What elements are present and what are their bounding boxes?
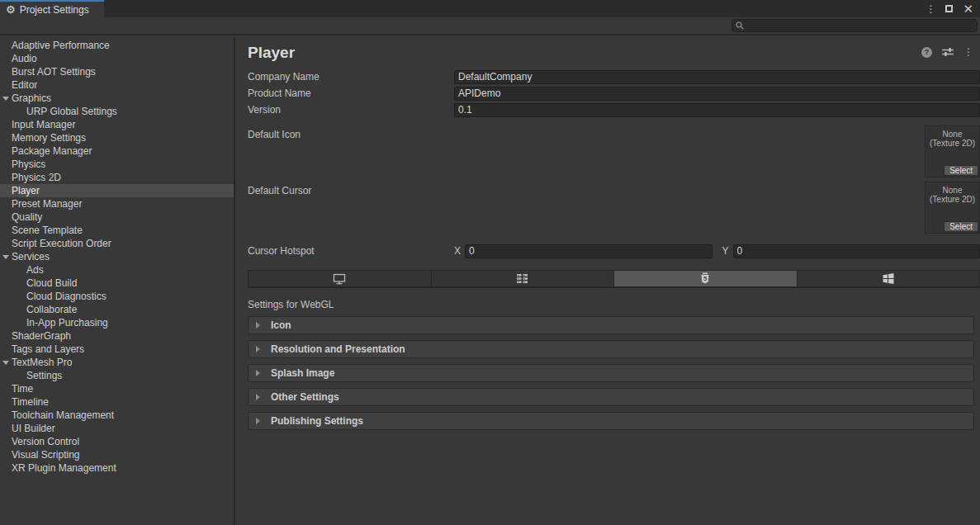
select-button[interactable]: Select (944, 221, 978, 232)
settings-for-label: Settings for WebGL (248, 299, 980, 310)
search-box[interactable] (731, 19, 978, 32)
sidebar-item-label: Tags and Layers (12, 343, 84, 355)
sidebar-item-label: Timeline (12, 396, 49, 408)
sidebar-item-collaborate[interactable]: Collaborate (0, 303, 234, 316)
sidebar-item-label: Quality (12, 211, 42, 223)
sidebar-item-package-manager[interactable]: Package Manager (0, 144, 234, 158)
settings-sections: IconResolution and PresentationSplash Im… (248, 316, 980, 430)
sidebar-item-services[interactable]: Services (0, 250, 234, 263)
window-controls: ⋮ ✕ (926, 0, 973, 17)
maximize-icon[interactable] (945, 5, 953, 12)
sidebar-item-label: Ads (26, 264, 44, 276)
section-header-publishing-settings[interactable]: Publishing Settings (248, 412, 974, 430)
section-header-splash-image[interactable]: Splash Image (248, 364, 974, 382)
sidebar-item-in-app-purchasing[interactable]: In-App Purchasing (0, 316, 234, 329)
cursor-hotspot-row: Cursor Hotspot X Y (248, 243, 980, 259)
sidebar-item-graphics[interactable]: Graphics (0, 92, 234, 105)
foldout-collapsed-icon (256, 394, 260, 400)
sidebar-item-visual-scripting[interactable]: Visual Scripting (0, 448, 234, 461)
sidebar-item-cloud-build[interactable]: Cloud Build (0, 277, 234, 290)
sidebar-item-timeline[interactable]: Timeline (0, 395, 234, 409)
foldout-collapsed-icon (256, 346, 260, 352)
default-cursor-object-picker[interactable]: None(Texture 2D)Select (925, 182, 980, 234)
foldout-collapsed-icon (256, 418, 260, 424)
sidebar-item-label: URP Global Settings (26, 106, 117, 117)
windows-store-icon (883, 273, 894, 284)
sidebar-item-burst-aot-settings[interactable]: Burst AOT Settings (0, 65, 234, 78)
sidebar-item-input-manager[interactable]: Input Manager (0, 118, 234, 131)
sidebar-item-toolchain-management[interactable]: Toolchain Management (0, 409, 234, 422)
section-header-other-settings[interactable]: Other Settings (248, 388, 974, 406)
sidebar-item-label: Memory Settings (12, 132, 86, 144)
sidebar-item-label: Script Execution Order (12, 238, 111, 249)
sidebar-item-script-execution-order[interactable]: Script Execution Order (0, 237, 234, 250)
sidebar-item-physics[interactable]: Physics (0, 158, 234, 171)
webgl-icon: 5 (699, 272, 711, 285)
svg-text:5: 5 (703, 275, 707, 282)
sidebar-item-label: Scene Template (12, 225, 83, 236)
platform-tab-windows-store[interactable] (798, 271, 980, 286)
page-title: Player (248, 44, 295, 62)
version-input[interactable] (454, 103, 980, 117)
sidebar-item-scene-template[interactable]: Scene Template (0, 224, 234, 237)
platform-tab-webgl[interactable]: 5 (614, 271, 798, 286)
sidebar-item-player[interactable]: Player (0, 184, 234, 197)
section-header-icon[interactable]: Icon (248, 316, 974, 334)
tab-title: Project Settings (20, 4, 89, 16)
search-input[interactable] (746, 21, 973, 31)
sidebar-item-label: UI Builder (12, 423, 55, 434)
sidebar-item-physics-2d[interactable]: Physics 2D (0, 171, 234, 184)
sidebar-item-version-control[interactable]: Version Control (0, 435, 234, 448)
sidebar-item-quality[interactable]: Quality (0, 210, 234, 224)
hotspot-y-input[interactable] (733, 244, 980, 258)
hotspot-x-label: X (454, 245, 461, 257)
sidebar-item-audio[interactable]: Audio (0, 52, 234, 65)
sidebar-item-settings[interactable]: Settings (0, 369, 234, 382)
sidebar-item-label: Visual Scripting (12, 449, 80, 461)
default-icon-object-picker[interactable]: None(Texture 2D)Select (925, 125, 980, 177)
sidebar-item-label: In-App Purchasing (26, 317, 108, 329)
hotspot-x-input[interactable] (465, 244, 712, 258)
sidebar-item-xr-plugin-management[interactable]: XR Plugin Management (0, 461, 234, 475)
section-title: Other Settings (271, 391, 339, 403)
section-header-resolution-and-presentation[interactable]: Resolution and Presentation (248, 340, 974, 358)
sidebar-item-label: Input Manager (12, 119, 75, 130)
section-title: Icon (271, 319, 291, 331)
default-texture-fields: Default IconNone(Texture 2D)SelectDefaul… (248, 125, 980, 238)
field-row-product-name: Product Name (248, 85, 980, 102)
identity-fields: Company NameProduct NameVersion (248, 69, 980, 118)
sidebar-item-cloud-diagnostics[interactable]: Cloud Diagnostics (0, 290, 234, 303)
sidebar-item-ads[interactable]: Ads (0, 263, 234, 277)
foldout-collapsed-icon (256, 370, 260, 376)
sidebar-item-memory-settings[interactable]: Memory Settings (0, 131, 234, 144)
player-settings-panel: Player ? ⋮ Company NameProduct NameVersi… (235, 37, 980, 525)
sidebar-item-textmesh-pro[interactable]: TextMesh Pro (0, 356, 234, 369)
sidebar-item-label: TextMesh Pro (12, 357, 72, 368)
help-icon[interactable]: ? (921, 47, 932, 58)
sidebar-item-editor[interactable]: Editor (0, 78, 234, 92)
sidebar-item-preset-manager[interactable]: Preset Manager (0, 197, 234, 210)
sidebar-item-urp-global-settings[interactable]: URP Global Settings (0, 105, 234, 118)
window-menu-icon[interactable]: ⋮ (926, 3, 935, 15)
sidebar-item-label: Services (12, 251, 50, 262)
panel-menu-icon[interactable]: ⋮ (963, 46, 973, 58)
product-name-input[interactable] (454, 87, 980, 101)
object-value: None (926, 130, 979, 139)
select-button[interactable]: Select (944, 165, 978, 176)
sidebar-item-shadergraph[interactable]: ShaderGraph (0, 329, 234, 343)
search-icon (736, 21, 744, 30)
foldout-expanded-icon[interactable] (2, 255, 9, 259)
presets-icon[interactable] (942, 47, 954, 57)
close-icon[interactable]: ✕ (963, 2, 973, 15)
sidebar-item-adaptive-performance[interactable]: Adaptive Performance (0, 39, 234, 52)
field-label: Version (248, 104, 454, 116)
foldout-expanded-icon[interactable] (2, 361, 9, 365)
platform-tab-desktop[interactable] (249, 271, 432, 286)
tab-project-settings[interactable]: ⚙ Project Settings (0, 0, 104, 17)
foldout-expanded-icon[interactable] (2, 97, 9, 101)
sidebar-item-time[interactable]: Time (0, 382, 234, 395)
sidebar-item-tags-and-layers[interactable]: Tags and Layers (0, 343, 234, 356)
platform-tab-dedicated-server[interactable] (432, 271, 615, 286)
sidebar-item-ui-builder[interactable]: UI Builder (0, 422, 234, 435)
company-name-input[interactable] (454, 70, 980, 84)
